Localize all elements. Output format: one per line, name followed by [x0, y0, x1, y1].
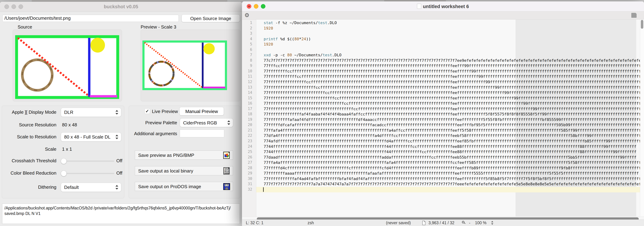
worksheet-line[interactable]: 23774afdffffffffffffffffffffffffffffffff…: [242, 139, 640, 144]
worksheet-line[interactable]: 2177ffafa4ffffffffffffffffffffffffffffff…: [242, 128, 640, 133]
zoom-level[interactable]: 100 %: [475, 221, 486, 225]
worksheet-line[interactable]: 1277ffffffffffffffffccffffffffffffffffff…: [242, 79, 640, 85]
live-preview-label: Live Preview: [152, 109, 178, 114]
dithering-select[interactable]: Default: [61, 183, 121, 192]
window-title: buckshot v0.05: [0, 4, 242, 9]
worksheet-line[interactable]: 1077ffffffffccffffffffffffffffffffffffff…: [242, 69, 640, 74]
worksheet-line[interactable]: 2877fffffd4cffffffffffffffffffffffffffcf…: [242, 166, 640, 171]
worksheet-line[interactable]: 2977fffffffaaaafffffffffffffffffffffffff…: [242, 171, 640, 176]
line-text: 77ffa4afffffffffffffffffffffffffffffffff…: [264, 160, 644, 166]
cursor-position: L: 32 C: 1: [246, 221, 264, 225]
worksheet-line[interactable]: 2077fffffdfcafafffffffffffffffffffffffff…: [242, 122, 640, 128]
line-number: 21: [242, 128, 252, 132]
line-text: 77ffffffffffffffffffffffffccffffffffffff…: [264, 90, 644, 96]
worksheet-line[interactable]: 3077fffffffffffaf4ad4fafbfffffffffbfaf4f…: [242, 176, 640, 182]
worksheet-line[interactable]: 21920: [242, 26, 640, 31]
source-path-input[interactable]: /Users/joevt/Documents/test.png: [2, 15, 179, 22]
line-number: 30: [242, 177, 252, 181]
dithering-label: Dithering: [0, 185, 56, 190]
worksheet-line[interactable]: 1577ffffffffffffffffffffffffffffccffffff…: [242, 96, 640, 101]
char-word-line-counts: 3,963 / 41 / 32: [428, 221, 454, 225]
worksheet-editor[interactable]: 1stat -f %z ~/Documents/test.DLO2192034p…: [242, 19, 644, 217]
manual-preview-button[interactable]: Manual Preview: [180, 107, 224, 115]
line-number: 19: [242, 117, 252, 122]
worksheet-line[interactable]: 1stat -f %z ~/Documents/test.DLO: [242, 20, 640, 26]
live-preview-checkbox[interactable]: ✓: [144, 108, 150, 114]
zoom-stepper[interactable]: [491, 221, 494, 225]
worksheet-line[interactable]: 1377ffffffffffffffffffffccffffffffffffff…: [242, 85, 640, 90]
line-text: 77daadffffffffffffffffffffffffffffffffff…: [264, 155, 636, 160]
worksheet-line[interactable]: 4printf %d $((80*24)): [242, 36, 640, 42]
shell-mode[interactable]: zsh: [308, 221, 314, 225]
line-number: 20: [242, 123, 252, 127]
line-number: 31: [242, 182, 252, 186]
additional-arguments-label: Additional arguments: [132, 131, 177, 136]
source-image: [15, 35, 119, 99]
preview-palette-select[interactable]: CiderPress RGB: [180, 118, 233, 127]
worksheet-line[interactable]: 1877ffffffffffffffaf4faabaf4f4f4f4baaa4f…: [242, 112, 640, 117]
zoom-out[interactable]: -: [469, 221, 470, 225]
worksheet-line[interactable]: 2677daadffffffffffffffffffffffffffffffff…: [242, 155, 640, 160]
worksheet-line[interactable]: 257744ffffffffffffffffffffffffffffffffff…: [242, 149, 640, 155]
worksheet-line[interactable]: 977fffccffffffffffffffffffffffffffffffff…: [242, 63, 640, 69]
line-text: 77ffffffffffffffffffffccffffffffffffffff…: [264, 85, 644, 90]
worksheet-toolbar: ⚙: [242, 11, 644, 19]
color-bleed-slider[interactable]: [61, 173, 114, 174]
worksheet-line[interactable]: 247744ffffffffffffffffffffffffffffffffff…: [242, 144, 640, 149]
line-text: printf %d $((80*24)): [264, 36, 311, 42]
open-source-image-button[interactable]: Open Source Image: [182, 14, 240, 22]
line-text: 77ffffffffffffffffffffffffffffffffccffff…: [264, 101, 644, 106]
gear-icon[interactable]: ⚙: [244, 12, 250, 18]
window-title: untitled worksheet 6: [242, 4, 644, 9]
line-number: 25: [242, 150, 252, 154]
preview-label: Preview - Scale 3: [141, 24, 176, 30]
save-preview-button[interactable]: Save preview as PNG/BMP: [135, 151, 233, 160]
line-number: 6: [242, 47, 252, 52]
buckshot-titlebar[interactable]: buckshot v0.05: [0, 2, 242, 12]
worksheet-line[interactable]: 7xxd -p -c 80 ~/Documents/test.DLO: [242, 52, 640, 58]
scale-to-resolution-select[interactable]: 80 x 48 - Full Scale DL: [61, 132, 121, 142]
vertical-scrollbar-thumb[interactable]: [641, 20, 643, 29]
source-resolution-value: 80 x 48: [62, 122, 77, 128]
worksheet-line[interactable]: 2277dfa4ffffffffffffffffffffffffffffffff…: [242, 133, 640, 139]
worksheet-titlebar[interactable]: untitled worksheet 6: [242, 1, 644, 11]
worksheet-line[interactable]: 32: [242, 187, 640, 192]
worksheet-line[interactable]: 6: [242, 47, 640, 53]
worksheet-line[interactable]: 877c7f7f7f7f7f7f7f7f7f7f7f7f7f7f7f7f7f7f…: [242, 58, 640, 63]
crosshatch-threshold-value: Off: [116, 158, 122, 164]
line-text: 77fffffd4cffffffffffffffffffffffffffcfff…: [264, 166, 641, 171]
vertical-scrollbar[interactable]: [640, 19, 644, 217]
crosshatch-threshold-slider[interactable]: [61, 161, 114, 162]
line-text: 77fffffdfcafafffffffffffffffffffffffffff…: [264, 122, 644, 128]
line-number: 10: [242, 69, 252, 73]
line-text: 77ffffffffccffffffffffffffffffffffffffff…: [264, 69, 644, 74]
line-number: 24: [242, 144, 252, 149]
line-text: 1920: [264, 42, 273, 47]
worksheet-line[interactable]: 1777ffffffffffffffffffffffffffffffffffff…: [242, 106, 640, 112]
worksheet-line[interactable]: 1677ffffffffffffffffffffffffffffffffccff…: [242, 101, 640, 106]
worksheet-line[interactable]: 2777ffa4afffffffffffffffffffffffffffffff…: [242, 160, 640, 166]
worksheet-line[interactable]: 1177ffffffffffffccffffffffffffffffffffff…: [242, 74, 640, 79]
magnifier-icon[interactable]: [462, 221, 466, 225]
chevron-up-down-icon: [226, 120, 231, 125]
slider-knob[interactable]: [61, 171, 66, 176]
preview-palette-label: Preview Palette: [132, 120, 177, 126]
worksheet-line[interactable]: 3: [242, 31, 640, 36]
worksheet-line[interactable]: 51920: [242, 42, 640, 47]
worksheet-line[interactable]: 31777f7f7f7f7f7f7f7f7f7a7a747474747a7a7f…: [242, 182, 640, 187]
page-icon[interactable]: [631, 13, 636, 18]
display-mode-select[interactable]: DLR: [61, 108, 121, 117]
line-text: 77c7f7f7f7f7f7f7f7f7f7f7f7f7f7f7f7f7f7f7…: [264, 58, 644, 63]
worksheet-line[interactable]: 1977fffffffffafaaf4fdfffffffffffffffffff…: [242, 117, 640, 123]
line-number: 18: [242, 112, 252, 116]
line-number: 14: [242, 90, 252, 95]
line-number: 23: [242, 139, 252, 143]
save-binary-button[interactable]: Save output as local binary 1010 0010: [135, 166, 233, 175]
text-caret: [263, 187, 264, 192]
save-prodos-button[interactable]: Save output on ProDOS image: [135, 182, 233, 191]
current-line-highlight: [256, 187, 640, 192]
slider-knob[interactable]: [61, 158, 66, 164]
additional-arguments-input[interactable]: [180, 130, 224, 137]
line-number: 12: [242, 80, 252, 84]
worksheet-line[interactable]: 1477ffffffffffffffffffffffffccffffffffff…: [242, 90, 640, 96]
